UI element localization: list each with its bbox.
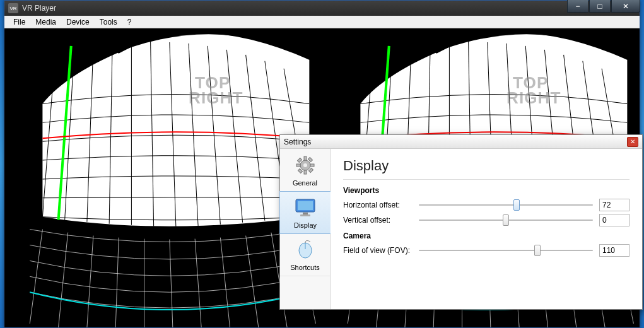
window-title: VR Player bbox=[22, 4, 640, 13]
field-horizontal-offset: Horizontal offset: bbox=[343, 199, 629, 211]
divider bbox=[343, 179, 629, 180]
sidebar-item-label: General bbox=[293, 179, 317, 187]
slider-thumb[interactable] bbox=[503, 214, 509, 226]
slider-thumb[interactable] bbox=[534, 245, 541, 256]
settings-main: Display Viewports Horizontal offset: Ver… bbox=[331, 149, 642, 309]
horizontal-offset-slider[interactable] bbox=[419, 204, 593, 206]
minimize-icon: − bbox=[575, 2, 580, 11]
svg-rect-35 bbox=[308, 168, 313, 172]
fov-value[interactable] bbox=[599, 244, 629, 257]
menu-tools[interactable]: Tools bbox=[95, 16, 122, 28]
maximize-icon: □ bbox=[597, 2, 602, 11]
fov-label: Field of view (FOV): bbox=[343, 246, 413, 255]
svg-rect-30 bbox=[304, 156, 307, 160]
svg-rect-31 bbox=[304, 170, 307, 174]
settings-titlebar[interactable]: Settings ✕ bbox=[280, 135, 642, 149]
svg-rect-41 bbox=[300, 214, 310, 216]
vertical-offset-label: Vertical offset: bbox=[343, 216, 413, 225]
sidebar-item-label: Display bbox=[294, 221, 317, 229]
app-window: VR VR Player − □ ✕ File Media Device Too… bbox=[4, 0, 640, 328]
mouse-icon bbox=[294, 238, 317, 261]
settings-title: Settings bbox=[284, 138, 627, 146]
menu-device[interactable]: Device bbox=[61, 16, 95, 28]
window-controls: − □ ✕ bbox=[566, 0, 640, 13]
menubar: File Media Device Tools ? bbox=[4, 16, 640, 28]
svg-point-29 bbox=[303, 163, 307, 167]
close-icon: ✕ bbox=[623, 2, 629, 11]
minimize-button[interactable]: − bbox=[567, 0, 588, 13]
horizontal-offset-value[interactable] bbox=[599, 199, 629, 211]
svg-rect-33 bbox=[310, 164, 314, 167]
titlebar[interactable]: VR VR Player − □ ✕ bbox=[4, 1, 640, 16]
section-camera-label: Camera bbox=[343, 231, 629, 240]
settings-sidebar: General Display Shortcuts bbox=[280, 149, 331, 309]
vr-left-eye-grid: TOP RIGHT bbox=[4, 28, 322, 327]
svg-rect-32 bbox=[296, 164, 300, 167]
settings-close-button[interactable]: ✕ bbox=[627, 137, 638, 147]
settings-heading: Display bbox=[343, 158, 629, 174]
field-vertical-offset: Vertical offset: bbox=[343, 214, 629, 226]
maximize-button[interactable]: □ bbox=[589, 0, 611, 13]
svg-rect-39 bbox=[298, 201, 313, 210]
sidebar-item-shortcuts[interactable]: Shortcuts bbox=[280, 233, 330, 276]
sidebar-item-display[interactable]: Display bbox=[279, 191, 331, 234]
menu-help[interactable]: ? bbox=[122, 16, 137, 28]
menu-file[interactable]: File bbox=[8, 16, 30, 28]
menu-media[interactable]: Media bbox=[30, 16, 61, 28]
gear-icon bbox=[294, 154, 317, 177]
horizontal-offset-label: Horizontal offset: bbox=[343, 201, 413, 209]
slider-thumb[interactable] bbox=[513, 199, 520, 211]
section-viewports-label: Viewports bbox=[343, 186, 629, 195]
sidebar-item-label: Shortcuts bbox=[290, 264, 319, 271]
svg-rect-37 bbox=[298, 168, 302, 173]
svg-rect-40 bbox=[303, 213, 308, 214]
vertical-offset-value[interactable] bbox=[599, 214, 629, 226]
monitor-icon bbox=[294, 196, 317, 219]
settings-body: General Display Shortcuts Display bbox=[280, 149, 642, 309]
close-button[interactable]: ✕ bbox=[611, 0, 640, 13]
sidebar-item-general[interactable]: General bbox=[280, 149, 330, 192]
close-icon: ✕ bbox=[630, 139, 635, 145]
app-icon: VR bbox=[8, 3, 18, 13]
svg-rect-36 bbox=[308, 157, 312, 161]
svg-rect-34 bbox=[297, 158, 302, 162]
vertical-offset-slider[interactable] bbox=[419, 220, 593, 221]
fov-slider[interactable] bbox=[419, 250, 593, 251]
settings-dialog[interactable]: Settings ✕ General Display bbox=[279, 134, 643, 310]
field-fov: Field of view (FOV): bbox=[343, 244, 629, 257]
